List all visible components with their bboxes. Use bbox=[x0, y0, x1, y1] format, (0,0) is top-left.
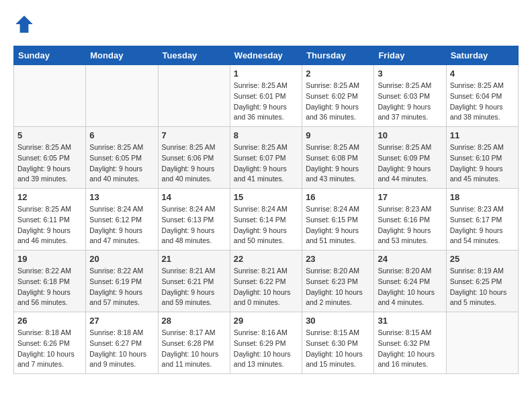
weekday-wednesday: Wednesday bbox=[230, 46, 302, 65]
day-number: 13 bbox=[89, 192, 154, 202]
day-detail: Sunrise: 8:22 AM Sunset: 6:18 PM Dayligh… bbox=[17, 266, 82, 308]
day-cell: 27Sunrise: 8:18 AM Sunset: 6:27 PM Dayli… bbox=[86, 312, 158, 374]
day-cell: 30Sunrise: 8:15 AM Sunset: 6:30 PM Dayli… bbox=[302, 312, 374, 374]
day-detail: Sunrise: 8:25 AM Sunset: 6:06 PM Dayligh… bbox=[162, 142, 226, 185]
day-cell: 31Sunrise: 8:15 AM Sunset: 6:32 PM Dayli… bbox=[374, 312, 446, 374]
day-cell: 20Sunrise: 8:22 AM Sunset: 6:19 PM Dayli… bbox=[86, 250, 158, 312]
day-number: 20 bbox=[89, 254, 154, 264]
day-cell: 23Sunrise: 8:20 AM Sunset: 6:23 PM Dayli… bbox=[302, 250, 374, 312]
weekday-thursday: Thursday bbox=[302, 46, 374, 65]
day-number: 10 bbox=[378, 130, 442, 140]
day-detail: Sunrise: 8:20 AM Sunset: 6:23 PM Dayligh… bbox=[306, 266, 370, 308]
week-row-1: 1Sunrise: 8:25 AM Sunset: 6:01 PM Daylig… bbox=[14, 65, 519, 127]
day-detail: Sunrise: 8:24 AM Sunset: 6:13 PM Dayligh… bbox=[162, 204, 226, 246]
day-detail: Sunrise: 8:25 AM Sunset: 6:05 PM Dayligh… bbox=[89, 142, 154, 185]
day-detail: Sunrise: 8:24 AM Sunset: 6:12 PM Dayligh… bbox=[89, 204, 154, 246]
day-number: 21 bbox=[162, 254, 226, 264]
day-number: 29 bbox=[234, 316, 298, 326]
day-cell: 24Sunrise: 8:20 AM Sunset: 6:24 PM Dayli… bbox=[374, 250, 446, 312]
weekday-monday: Monday bbox=[86, 46, 158, 65]
day-number: 11 bbox=[450, 130, 515, 140]
day-cell: 28Sunrise: 8:17 AM Sunset: 6:28 PM Dayli… bbox=[158, 312, 230, 374]
day-number: 6 bbox=[89, 130, 154, 140]
day-detail: Sunrise: 8:20 AM Sunset: 6:24 PM Dayligh… bbox=[378, 266, 442, 308]
day-detail: Sunrise: 8:24 AM Sunset: 6:14 PM Dayligh… bbox=[234, 204, 298, 246]
day-cell: 15Sunrise: 8:24 AM Sunset: 6:14 PM Dayli… bbox=[230, 189, 302, 250]
day-cell: 8Sunrise: 8:25 AM Sunset: 6:07 PM Daylig… bbox=[230, 127, 302, 189]
day-detail: Sunrise: 8:25 AM Sunset: 6:10 PM Dayligh… bbox=[450, 142, 515, 185]
day-cell bbox=[86, 65, 158, 127]
day-number: 9 bbox=[306, 130, 370, 140]
day-number: 17 bbox=[378, 192, 442, 202]
week-row-5: 26Sunrise: 8:18 AM Sunset: 6:26 PM Dayli… bbox=[14, 312, 519, 374]
day-number: 26 bbox=[17, 316, 82, 326]
weekday-friday: Friday bbox=[374, 46, 446, 65]
day-detail: Sunrise: 8:21 AM Sunset: 6:22 PM Dayligh… bbox=[234, 266, 298, 308]
day-cell: 4Sunrise: 8:25 AM Sunset: 6:04 PM Daylig… bbox=[446, 65, 518, 127]
day-detail: Sunrise: 8:23 AM Sunset: 6:17 PM Dayligh… bbox=[450, 204, 515, 246]
day-cell: 6Sunrise: 8:25 AM Sunset: 6:05 PM Daylig… bbox=[86, 127, 158, 189]
day-cell bbox=[158, 65, 230, 127]
day-cell: 25Sunrise: 8:19 AM Sunset: 6:25 PM Dayli… bbox=[446, 250, 518, 312]
day-detail: Sunrise: 8:24 AM Sunset: 6:15 PM Dayligh… bbox=[306, 204, 370, 246]
week-row-3: 12Sunrise: 8:25 AM Sunset: 6:11 PM Dayli… bbox=[14, 189, 519, 250]
day-detail: Sunrise: 8:25 AM Sunset: 6:11 PM Dayligh… bbox=[17, 204, 82, 246]
day-number: 24 bbox=[378, 254, 442, 264]
day-number: 5 bbox=[17, 130, 82, 140]
day-number: 22 bbox=[234, 254, 298, 264]
day-detail: Sunrise: 8:18 AM Sunset: 6:26 PM Dayligh… bbox=[17, 328, 82, 370]
day-detail: Sunrise: 8:18 AM Sunset: 6:27 PM Dayligh… bbox=[89, 328, 154, 370]
day-cell: 11Sunrise: 8:25 AM Sunset: 6:10 PM Dayli… bbox=[446, 127, 518, 189]
day-cell: 22Sunrise: 8:21 AM Sunset: 6:22 PM Dayli… bbox=[230, 250, 302, 312]
day-number: 15 bbox=[234, 192, 298, 202]
day-cell: 7Sunrise: 8:25 AM Sunset: 6:06 PM Daylig… bbox=[158, 127, 230, 189]
logo bbox=[13, 13, 38, 35]
day-cell bbox=[14, 65, 86, 127]
day-detail: Sunrise: 8:23 AM Sunset: 6:16 PM Dayligh… bbox=[378, 204, 442, 246]
day-number: 1 bbox=[234, 68, 298, 79]
week-row-2: 5Sunrise: 8:25 AM Sunset: 6:05 PM Daylig… bbox=[14, 127, 519, 189]
day-detail: Sunrise: 8:19 AM Sunset: 6:25 PM Dayligh… bbox=[450, 266, 515, 308]
day-number: 4 bbox=[450, 68, 515, 79]
day-cell: 2Sunrise: 8:25 AM Sunset: 6:02 PM Daylig… bbox=[302, 65, 374, 127]
svg-marker-0 bbox=[15, 15, 33, 33]
day-detail: Sunrise: 8:15 AM Sunset: 6:32 PM Dayligh… bbox=[378, 328, 442, 370]
day-cell: 18Sunrise: 8:23 AM Sunset: 6:17 PM Dayli… bbox=[446, 189, 518, 250]
day-number: 12 bbox=[17, 192, 82, 202]
day-number: 30 bbox=[306, 316, 370, 326]
day-number: 25 bbox=[450, 254, 515, 264]
day-detail: Sunrise: 8:15 AM Sunset: 6:30 PM Dayligh… bbox=[306, 328, 370, 370]
day-number: 23 bbox=[306, 254, 370, 264]
day-detail: Sunrise: 8:25 AM Sunset: 6:05 PM Dayligh… bbox=[17, 142, 82, 185]
day-cell: 9Sunrise: 8:25 AM Sunset: 6:08 PM Daylig… bbox=[302, 127, 374, 189]
day-detail: Sunrise: 8:17 AM Sunset: 6:28 PM Dayligh… bbox=[162, 328, 226, 370]
day-cell: 21Sunrise: 8:21 AM Sunset: 6:21 PM Dayli… bbox=[158, 250, 230, 312]
day-cell: 14Sunrise: 8:24 AM Sunset: 6:13 PM Dayli… bbox=[158, 189, 230, 250]
day-number: 3 bbox=[378, 68, 442, 79]
day-detail: Sunrise: 8:25 AM Sunset: 6:09 PM Dayligh… bbox=[378, 142, 442, 185]
day-number: 31 bbox=[378, 316, 442, 326]
weekday-tuesday: Tuesday bbox=[158, 46, 230, 65]
day-number: 16 bbox=[306, 192, 370, 202]
day-number: 27 bbox=[89, 316, 154, 326]
day-cell: 1Sunrise: 8:25 AM Sunset: 6:01 PM Daylig… bbox=[230, 65, 302, 127]
day-number: 14 bbox=[162, 192, 226, 202]
day-detail: Sunrise: 8:21 AM Sunset: 6:21 PM Dayligh… bbox=[162, 266, 226, 308]
day-detail: Sunrise: 8:25 AM Sunset: 6:03 PM Dayligh… bbox=[378, 81, 442, 123]
day-detail: Sunrise: 8:25 AM Sunset: 6:04 PM Dayligh… bbox=[450, 81, 515, 123]
day-detail: Sunrise: 8:25 AM Sunset: 6:07 PM Dayligh… bbox=[234, 142, 298, 185]
day-number: 28 bbox=[162, 316, 226, 326]
day-number: 8 bbox=[234, 130, 298, 140]
day-cell: 26Sunrise: 8:18 AM Sunset: 6:26 PM Dayli… bbox=[14, 312, 86, 374]
calendar-table: SundayMondayTuesdayWednesdayThursdayFrid… bbox=[13, 46, 519, 374]
day-detail: Sunrise: 8:16 AM Sunset: 6:29 PM Dayligh… bbox=[234, 328, 298, 370]
day-detail: Sunrise: 8:22 AM Sunset: 6:19 PM Dayligh… bbox=[89, 266, 154, 308]
week-row-4: 19Sunrise: 8:22 AM Sunset: 6:18 PM Dayli… bbox=[14, 250, 519, 312]
day-detail: Sunrise: 8:25 AM Sunset: 6:08 PM Dayligh… bbox=[306, 142, 370, 185]
day-detail: Sunrise: 8:25 AM Sunset: 6:02 PM Dayligh… bbox=[306, 81, 370, 123]
day-number: 19 bbox=[17, 254, 82, 264]
weekday-sunday: Sunday bbox=[14, 46, 86, 65]
day-cell: 17Sunrise: 8:23 AM Sunset: 6:16 PM Dayli… bbox=[374, 189, 446, 250]
calendar-body: 1Sunrise: 8:25 AM Sunset: 6:01 PM Daylig… bbox=[14, 65, 519, 374]
weekday-header-row: SundayMondayTuesdayWednesdayThursdayFrid… bbox=[14, 46, 519, 65]
